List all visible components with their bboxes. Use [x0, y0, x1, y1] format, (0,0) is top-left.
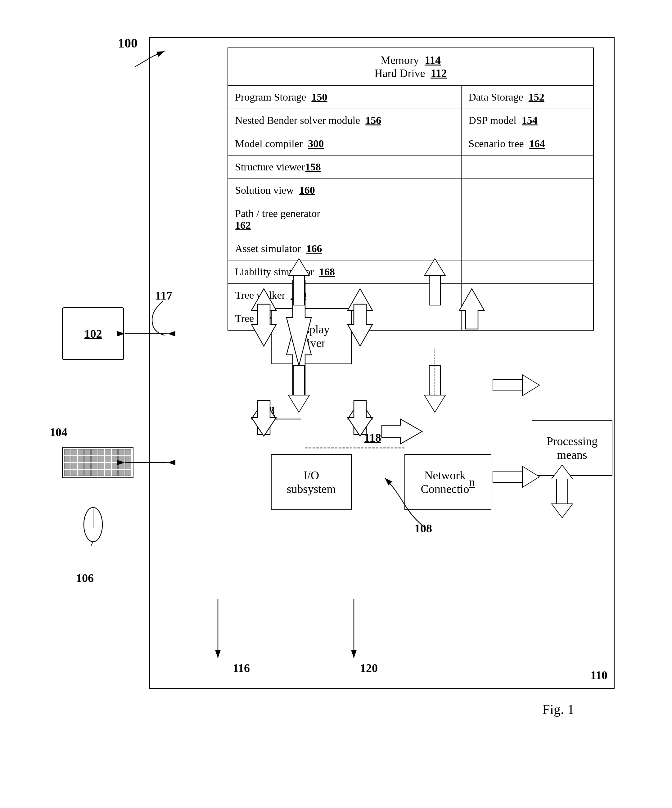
table-cell [462, 284, 594, 307]
mouse-icon [81, 503, 105, 546]
table-cell: Data Storage 152 [462, 86, 594, 109]
table-row: Solution view 160 [228, 179, 594, 202]
table-cell: Liability simulator 168 [228, 260, 462, 284]
table-cell: Asset simulator 166 [228, 237, 462, 260]
table-row: Nested Bender solver module 156 DSP mode… [228, 109, 594, 132]
svg-marker-17 [522, 375, 539, 396]
table-cell: Program Storage 150 [228, 86, 462, 109]
table-cell [462, 307, 594, 331]
svg-rect-18 [557, 479, 568, 504]
table-row: Program Storage 150 Data Storage 152 [228, 86, 594, 109]
label-120: 120 [360, 661, 378, 675]
memory-header: Memory 114 Hard Drive 112 [228, 48, 594, 86]
label-100: 100 [118, 36, 137, 51]
label-118: 118 [364, 431, 381, 444]
table-cell [462, 260, 594, 284]
svg-marker-11 [424, 395, 445, 412]
label-116: 116 [233, 661, 250, 675]
table-cell: DSP model 154 [462, 109, 594, 132]
svg-rect-16 [493, 380, 524, 391]
label-106: 106 [76, 571, 94, 585]
table-cell: Structure viewer158 [228, 155, 462, 179]
table-cell: Model compiler 300 [228, 132, 462, 155]
table-cell [462, 155, 594, 179]
table-row: Path / tree generator162 [228, 202, 594, 237]
table-row: Structure viewer158 [228, 155, 594, 179]
network-connection-box: NetworkConnection [404, 454, 491, 510]
keyboard-icon [62, 447, 133, 478]
label-110: 110 [590, 668, 607, 682]
table-cell [462, 202, 594, 237]
table-row: Tree walker 170 [228, 284, 594, 307]
table-cell: Path / tree generator162 [228, 202, 462, 237]
table-cell [462, 237, 594, 260]
svg-marker-7 [288, 395, 310, 412]
display-driver-box: Displaydriver [271, 308, 352, 364]
label-104: 104 [50, 425, 67, 439]
table-cell: Tree walker 170 [228, 284, 462, 307]
main-system-box: Memory 114 Hard Drive 112 Program Storag… [149, 37, 615, 689]
svg-rect-12 [493, 471, 524, 482]
svg-marker-19 [552, 504, 573, 518]
table-row: Asset simulator 166 [228, 237, 594, 260]
table-cell: Solution view 160 [228, 179, 462, 202]
svg-rect-10 [429, 366, 440, 397]
io-subsystem-box: I/Osubsystem [271, 454, 352, 510]
label-117: 117 [155, 289, 172, 302]
processing-means-box: Processingmeans [532, 420, 612, 476]
monitor-id-label: 102 [84, 327, 102, 341]
table-cell: Nested Bender solver module 156 [228, 109, 462, 132]
label-108: 108 [414, 521, 432, 535]
table-row: Model compiler 300 Scenario tree 164 [228, 132, 594, 155]
memory-table: Memory 114 Hard Drive 112 Program Storag… [227, 47, 594, 331]
table-row: Liability simulator 168 [228, 260, 594, 284]
monitor-box: 102 [62, 307, 124, 360]
svg-rect-6 [293, 366, 305, 397]
table-cell [462, 179, 594, 202]
figure-label: Fig. 1 [542, 701, 574, 717]
table-cell: Scenario tree 164 [462, 132, 594, 155]
